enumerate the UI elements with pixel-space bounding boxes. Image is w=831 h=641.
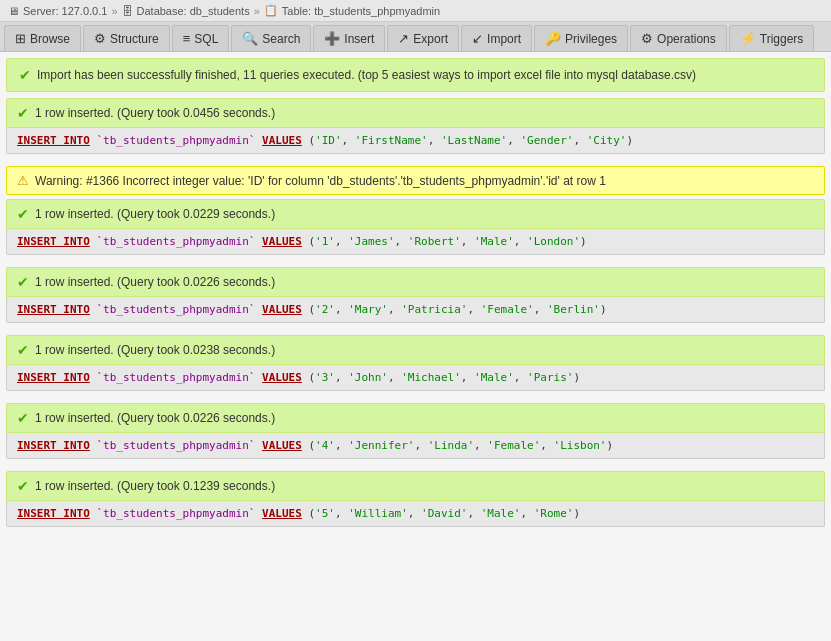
export-icon: ↗ xyxy=(398,31,409,46)
query-sql-4: INSERT INTO `tb_students_phpmyadmin` VAL… xyxy=(6,365,825,391)
warning-block: ⚠ Warning: #1366 Incorrect integer value… xyxy=(6,166,825,195)
structure-icon: ⚙ xyxy=(94,31,106,46)
check-icon-5: ✔ xyxy=(17,410,29,426)
tab-structure[interactable]: ⚙ Structure xyxy=(83,25,170,51)
query-success-text-4: 1 row inserted. (Query took 0.0238 secon… xyxy=(35,343,275,357)
tab-export[interactable]: ↗ Export xyxy=(387,25,459,51)
table-icon: 📋 xyxy=(264,4,278,17)
sql-icon: ≡ xyxy=(183,31,191,46)
content-area: ✔ Import has been successfully finished,… xyxy=(0,58,831,527)
server-icon: 🖥 xyxy=(8,5,19,17)
tab-insert-label: Insert xyxy=(344,32,374,46)
sep2: » xyxy=(254,5,260,17)
operations-icon: ⚙ xyxy=(641,31,653,46)
import-success-banner: ✔ Import has been successfully finished,… xyxy=(6,58,825,92)
query-block-6: ✔ 1 row inserted. (Query took 0.1239 sec… xyxy=(6,471,825,527)
query-sql-6: INSERT INTO `tb_students_phpmyadmin` VAL… xyxy=(6,501,825,527)
check-icon-6: ✔ xyxy=(17,478,29,494)
check-icon-1: ✔ xyxy=(17,105,29,121)
query-sql-2: INSERT INTO `tb_students_phpmyadmin` VAL… xyxy=(6,229,825,255)
check-icon-4: ✔ xyxy=(17,342,29,358)
success-check-icon: ✔ xyxy=(19,67,31,83)
sep1: » xyxy=(111,5,117,17)
tab-sql[interactable]: ≡ SQL xyxy=(172,25,230,51)
nav-tabs: ⊞ Browse ⚙ Structure ≡ SQL 🔍 Search ➕ In… xyxy=(0,22,831,52)
query-block-2: ✔ 1 row inserted. (Query took 0.0229 sec… xyxy=(6,199,825,255)
tab-browse[interactable]: ⊞ Browse xyxy=(4,25,81,51)
query-success-5: ✔ 1 row inserted. (Query took 0.0226 sec… xyxy=(6,403,825,433)
query-block-3: ✔ 1 row inserted. (Query took 0.0226 sec… xyxy=(6,267,825,323)
query-block-1: ✔ 1 row inserted. (Query took 0.0456 sec… xyxy=(6,98,825,154)
search-icon: 🔍 xyxy=(242,31,258,46)
tab-structure-label: Structure xyxy=(110,32,159,46)
warning-message: Warning: #1366 Incorrect integer value: … xyxy=(35,174,606,188)
import-icon: ↙ xyxy=(472,31,483,46)
privileges-icon: 🔑 xyxy=(545,31,561,46)
tab-insert[interactable]: ➕ Insert xyxy=(313,25,385,51)
browse-icon: ⊞ xyxy=(15,31,26,46)
tab-privileges[interactable]: 🔑 Privileges xyxy=(534,25,628,51)
database-label: Database: db_students xyxy=(137,5,250,17)
tab-search[interactable]: 🔍 Search xyxy=(231,25,311,51)
table-label: Table: tb_students_phpmyadmin xyxy=(282,5,440,17)
query-success-text-3: 1 row inserted. (Query took 0.0226 secon… xyxy=(35,275,275,289)
triggers-icon: ⚡ xyxy=(740,31,756,46)
query-sql-5: INSERT INTO `tb_students_phpmyadmin` VAL… xyxy=(6,433,825,459)
title-bar: 🖥 Server: 127.0.0.1 » 🗄 Database: db_stu… xyxy=(0,0,831,22)
warning-icon: ⚠ xyxy=(17,173,29,188)
query-sql-1: INSERT INTO `tb_students_phpmyadmin` VAL… xyxy=(6,128,825,154)
tab-privileges-label: Privileges xyxy=(565,32,617,46)
tab-import[interactable]: ↙ Import xyxy=(461,25,532,51)
tab-triggers-label: Triggers xyxy=(760,32,804,46)
tab-search-label: Search xyxy=(262,32,300,46)
query-block-4: ✔ 1 row inserted. (Query took 0.0238 sec… xyxy=(6,335,825,391)
tab-operations[interactable]: ⚙ Operations xyxy=(630,25,727,51)
check-icon-3: ✔ xyxy=(17,274,29,290)
check-icon-2: ✔ xyxy=(17,206,29,222)
query-success-text-1: 1 row inserted. (Query took 0.0456 secon… xyxy=(35,106,275,120)
query-block-5: ✔ 1 row inserted. (Query took 0.0226 sec… xyxy=(6,403,825,459)
query-success-text-2: 1 row inserted. (Query took 0.0229 secon… xyxy=(35,207,275,221)
query-success-2: ✔ 1 row inserted. (Query took 0.0229 sec… xyxy=(6,199,825,229)
tab-import-label: Import xyxy=(487,32,521,46)
query-success-6: ✔ 1 row inserted. (Query took 0.1239 sec… xyxy=(6,471,825,501)
tab-sql-label: SQL xyxy=(194,32,218,46)
tab-browse-label: Browse xyxy=(30,32,70,46)
server-label: Server: 127.0.0.1 xyxy=(23,5,107,17)
query-success-3: ✔ 1 row inserted. (Query took 0.0226 sec… xyxy=(6,267,825,297)
database-icon: 🗄 xyxy=(122,5,133,17)
query-success-text-6: 1 row inserted. (Query took 0.1239 secon… xyxy=(35,479,275,493)
query-success-text-5: 1 row inserted. (Query took 0.0226 secon… xyxy=(35,411,275,425)
tab-operations-label: Operations xyxy=(657,32,716,46)
query-success-1: ✔ 1 row inserted. (Query took 0.0456 sec… xyxy=(6,98,825,128)
query-sql-3: INSERT INTO `tb_students_phpmyadmin` VAL… xyxy=(6,297,825,323)
query-success-4: ✔ 1 row inserted. (Query took 0.0238 sec… xyxy=(6,335,825,365)
tab-export-label: Export xyxy=(413,32,448,46)
insert-icon: ➕ xyxy=(324,31,340,46)
import-success-message: Import has been successfully finished, 1… xyxy=(37,68,696,82)
tab-triggers[interactable]: ⚡ Triggers xyxy=(729,25,815,51)
